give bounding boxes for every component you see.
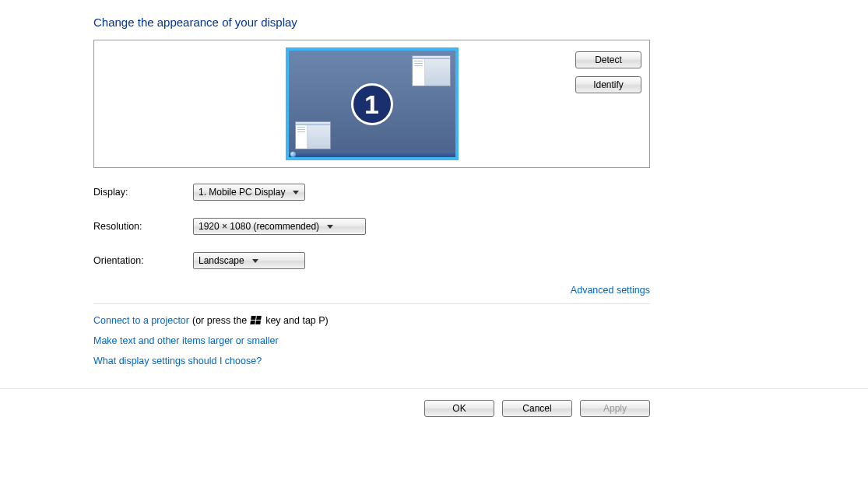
ok-button[interactable]: OK [424,400,494,417]
chevron-down-icon [293,191,299,194]
mini-window-icon [412,55,451,86]
monitor-1[interactable]: 1 [286,47,459,160]
chevron-down-icon [327,225,333,229]
monitor-arrangement[interactable]: 1 [99,45,645,163]
page-title: Change the appearance of your display [93,16,650,29]
identify-button[interactable]: Identify [575,76,641,93]
text-size-link[interactable]: Make text and other items larger or smal… [93,335,279,346]
display-label: Display: [93,187,193,198]
display-preview-area: 1 Detect Identify [93,40,650,168]
apply-button[interactable]: Apply [580,400,650,417]
resolution-dropdown[interactable]: 1920 × 1080 (recommended) [193,218,366,235]
display-dropdown[interactable]: 1. Mobile PC Display [193,184,305,201]
monitor-number-text: 1 [364,91,379,117]
mini-window-icon [295,121,331,149]
monitor-number-badge: 1 [351,83,393,125]
projector-hint-suffix: key and tap P) [265,315,329,326]
resolution-label: Resolution: [93,221,193,232]
mini-taskbar-icon [289,152,455,157]
advanced-settings-link[interactable]: Advanced settings [571,285,650,296]
detect-button[interactable]: Detect [575,51,641,68]
orientation-dropdown-value: Landscape [199,255,244,266]
footer-button-bar: OK Cancel Apply [0,389,868,440]
resolution-dropdown-value: 1920 × 1080 (recommended) [199,221,319,232]
display-dropdown-value: 1. Mobile PC Display [199,187,285,198]
orientation-dropdown[interactable]: Landscape [193,252,305,269]
cancel-button[interactable]: Cancel [502,400,572,417]
connect-projector-link[interactable]: Connect to a projector [93,315,189,326]
windows-key-icon [250,316,262,325]
mini-start-orb-icon [290,152,296,157]
orientation-label: Orientation: [93,255,193,266]
projector-hint-prefix: (or press the [192,315,247,326]
chevron-down-icon [252,259,258,263]
help-link[interactable]: What display settings should I choose? [93,356,262,366]
